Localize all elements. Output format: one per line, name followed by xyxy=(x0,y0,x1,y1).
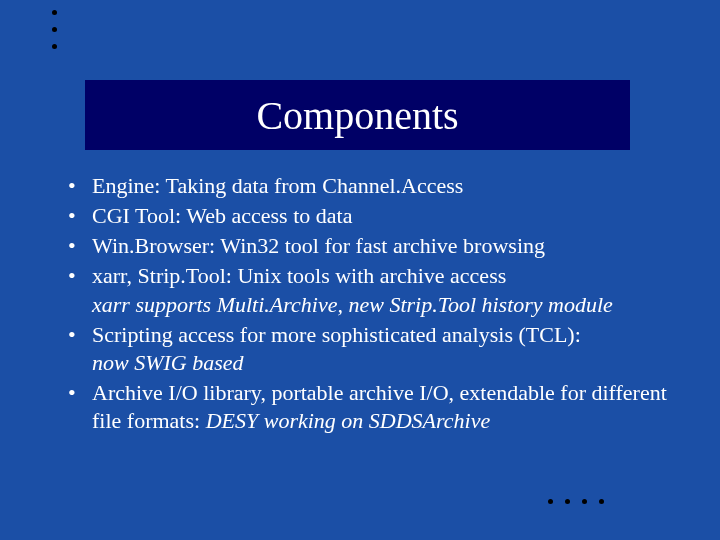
bullet-subtext: DESY working on SDDSArchive xyxy=(206,408,491,433)
title-bar: Components xyxy=(85,80,630,150)
bullet-item: Win.Browser: Win32 tool for fast archive… xyxy=(60,232,670,260)
bullet-text: Win.Browser: Win32 tool for fast archive… xyxy=(92,233,545,258)
decorative-dots-top xyxy=(52,10,57,61)
bullet-item: Archive I/O library, portable archive I/… xyxy=(60,379,670,435)
bullet-subtext: now SWIG based xyxy=(92,349,670,377)
bullet-item: xarr, Strip.Tool: Unix tools with archiv… xyxy=(60,262,670,318)
bullet-item: CGI Tool: Web access to data xyxy=(60,202,670,230)
slide-title: Components xyxy=(256,92,458,139)
bullet-text: Scripting access for more sophisticated … xyxy=(92,322,581,347)
slide-body: Engine: Taking data from Channel.Access … xyxy=(60,172,670,437)
bullet-text: CGI Tool: Web access to data xyxy=(92,203,352,228)
bullet-text: xarr, Strip.Tool: Unix tools with archiv… xyxy=(92,263,506,288)
bullet-item: Engine: Taking data from Channel.Access xyxy=(60,172,670,200)
bullet-item: Scripting access for more sophisticated … xyxy=(60,321,670,377)
decorative-dots-bottom xyxy=(542,490,610,508)
bullet-text: Engine: Taking data from Channel.Access xyxy=(92,173,463,198)
slide: Components Engine: Taking data from Chan… xyxy=(0,0,720,540)
bullet-subtext: xarr supports Multi.Archive, new Strip.T… xyxy=(92,291,670,319)
